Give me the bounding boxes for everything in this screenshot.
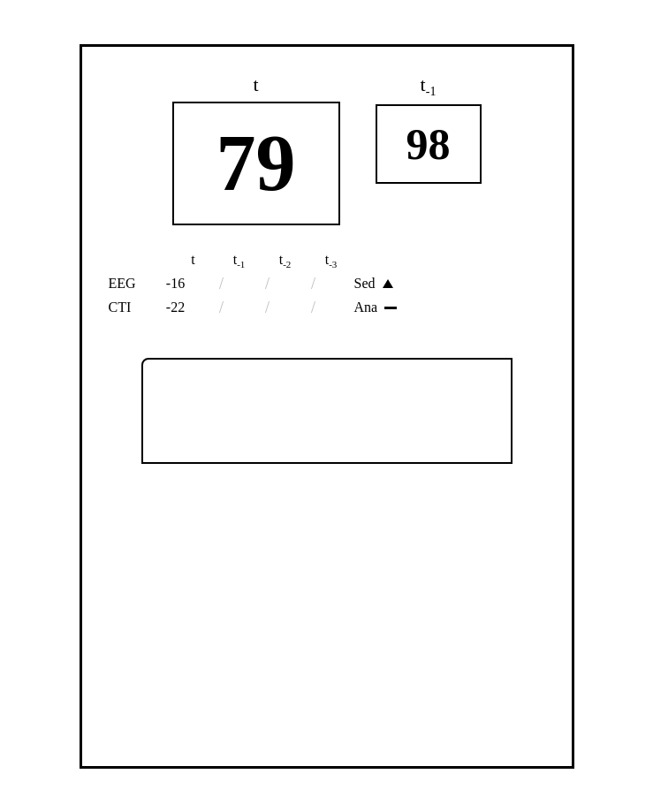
box-t1-value: 98 bbox=[406, 122, 451, 166]
box-t-value: 79 bbox=[216, 124, 296, 203]
box-t-container: 79 bbox=[172, 102, 340, 225]
table-header-row: t t-1 t-2 t-3 bbox=[109, 252, 545, 269]
row-slash-cti-2: / bbox=[245, 299, 291, 317]
card: t 79 t-1 98 t t-1 t-2 t bbox=[80, 44, 574, 769]
row-label-eeg: EEG bbox=[109, 276, 153, 292]
row-value-cti: -22 bbox=[153, 300, 199, 315]
arrow-up-icon bbox=[383, 279, 393, 288]
row-slash-cti-1: / bbox=[199, 299, 245, 317]
col-header-t2: t-2 bbox=[262, 252, 308, 269]
row-slash-cti-3: / bbox=[291, 299, 337, 317]
box-t-label: t bbox=[253, 73, 258, 96]
table-row-eeg: EEG -16 / / / Sed bbox=[109, 275, 545, 293]
bottom-box bbox=[141, 358, 513, 464]
row-side-sed: Sed bbox=[354, 276, 393, 292]
row-slash-eeg-1: / bbox=[199, 275, 245, 293]
col-header-t3: t-3 bbox=[308, 252, 354, 269]
row-slash-eeg-3: / bbox=[291, 275, 337, 293]
table-row-cti: CTI -22 / / / Ana bbox=[109, 299, 545, 317]
box-t1-group: t-1 98 bbox=[376, 73, 482, 184]
col-header-t1: t-1 bbox=[216, 252, 262, 269]
row-side-ana: Ana bbox=[354, 300, 398, 315]
dash-icon bbox=[384, 307, 397, 309]
box-t1-label: t-1 bbox=[421, 73, 437, 99]
box-t1-container: 98 bbox=[376, 104, 482, 184]
table-section: t t-1 t-2 t-3 EEG -16 / / / Sed CTI - bbox=[109, 252, 545, 323]
row-value-eeg: -16 bbox=[153, 276, 199, 292]
col-header-t: t bbox=[171, 252, 216, 269]
outer-container: t 79 t-1 98 t t-1 t-2 t bbox=[0, 0, 653, 812]
top-boxes-section: t 79 t-1 98 bbox=[109, 73, 545, 225]
box-t-group: t 79 bbox=[172, 73, 340, 225]
row-slash-eeg-2: / bbox=[245, 275, 291, 293]
row-label-cti: CTI bbox=[109, 300, 153, 315]
